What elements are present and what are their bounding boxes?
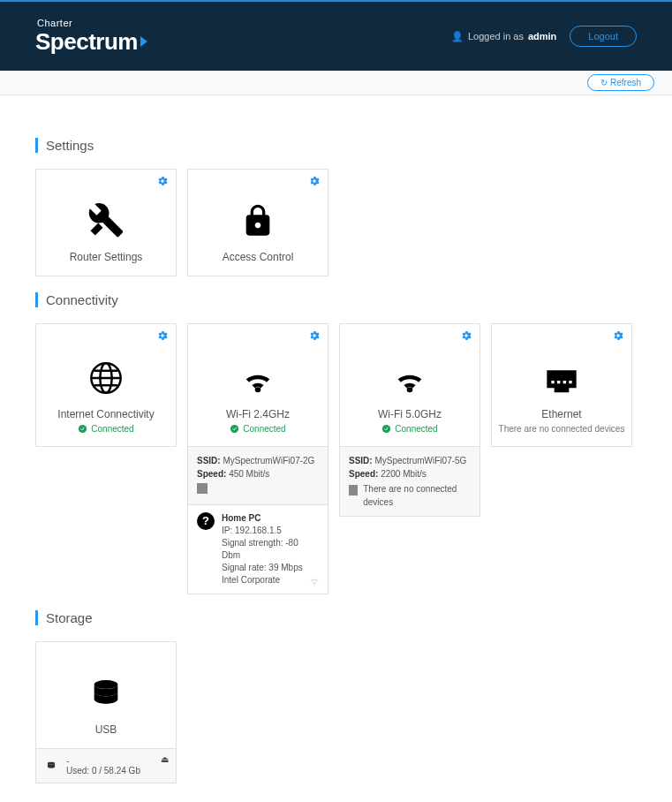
qr-icon[interactable] — [349, 485, 358, 496]
qr-icon[interactable] — [197, 483, 208, 494]
tools-icon — [87, 201, 125, 238]
device-vendor: Intel Corporate — [222, 574, 319, 586]
wifi-icon — [240, 366, 276, 396]
speed-value: 450 Mbit/s — [229, 469, 269, 479]
check-circle-icon — [78, 424, 87, 434]
status-badge: Connected — [78, 424, 133, 434]
drive-icon — [45, 760, 57, 772]
header-right: 👤 Logged in as admin Logout — [451, 26, 637, 47]
ssid-value: MySpectrumWiFi07-2G — [223, 456, 314, 465]
brand-bottom: Spectrum — [35, 28, 147, 56]
gear-icon[interactable] — [156, 175, 169, 187]
ethernet-icon — [544, 366, 579, 396]
svg-point-6 — [94, 680, 118, 689]
wifi5-info-panel: SSID: MySpectrumWiFi07-5G Speed: 2200 Mb… — [339, 447, 480, 517]
logout-button[interactable]: Logout — [570, 26, 637, 47]
svg-point-4 — [230, 425, 238, 433]
card-title: Ethernet — [541, 408, 581, 420]
logged-in-label: 👤 Logged in as admin — [451, 31, 556, 42]
wifi-icon — [392, 366, 427, 396]
card-title: Wi-Fi 5.0GHz — [378, 408, 442, 420]
gear-icon[interactable] — [460, 329, 472, 342]
username: admin — [528, 31, 556, 42]
gear-icon[interactable] — [308, 329, 321, 342]
card-title: Wi-Fi 2.4GHz — [226, 408, 290, 420]
lock-icon — [240, 203, 276, 238]
header: Charter Spectrum 👤 Logged in as admin Lo… — [0, 2, 672, 71]
card-title: Router Settings — [70, 251, 143, 263]
svg-point-7 — [48, 762, 55, 765]
card-wifi-24ghz[interactable]: Wi-Fi 2.4GHz Connected — [187, 323, 328, 447]
usb-item-name: - — [66, 756, 140, 766]
card-ethernet[interactable]: Ethernet There are no connected devices — [491, 323, 632, 447]
gear-icon[interactable] — [156, 329, 169, 342]
refresh-icon: ↻ — [600, 78, 608, 87]
gear-icon[interactable] — [308, 175, 321, 187]
user-icon: 👤 — [451, 31, 464, 42]
device-signal-rate: Signal rate: 39 Mbps — [222, 562, 319, 574]
subheader: ↻ Refresh — [0, 71, 672, 95]
storage-icon — [88, 676, 124, 711]
svg-point-5 — [382, 425, 390, 433]
wifi-signal-icon — [308, 576, 321, 586]
wifi24-device-panel[interactable]: ? Home PC IP: 192.168.1.5 Signal strengt… — [187, 505, 328, 594]
section-title-settings: Settings — [35, 138, 637, 153]
usb-item-used: Used: 0 / 58.24 Gb — [66, 766, 140, 776]
check-circle-icon — [381, 424, 391, 434]
refresh-button[interactable]: ↻ Refresh — [587, 74, 654, 91]
card-title: USB — [95, 723, 117, 736]
ssid-value: MySpectrumWiFi07-5G — [374, 456, 466, 465]
eject-icon[interactable]: ⏏ — [161, 754, 169, 764]
connectivity-cards: Internet Connectivity Connected Wi-F — [35, 323, 637, 594]
card-router-settings[interactable]: Router Settings — [35, 169, 177, 276]
storage-cards: USB - Used: 0 / 58.24 Gb ⏏ — [35, 641, 637, 783]
card-internet-connectivity[interactable]: Internet Connectivity Connected — [35, 323, 177, 447]
status-badge: Connected — [381, 424, 437, 434]
question-icon: ? — [197, 512, 215, 530]
device-signal-strength: Signal strength: -80 Dbm — [222, 537, 319, 562]
device-ip: IP: 192.168.1.5 — [222, 525, 319, 537]
no-devices-label: There are no connected devices — [363, 482, 471, 509]
brand-logo: Charter Spectrum — [35, 18, 147, 56]
globe-icon — [88, 360, 124, 396]
card-title: Internet Connectivity — [57, 408, 154, 420]
status-badge: Connected — [230, 424, 285, 434]
card-access-control[interactable]: Access Control — [187, 169, 328, 276]
usb-item-panel[interactable]: - Used: 0 / 58.24 Gb ⏏ — [35, 749, 177, 783]
section-title-connectivity: Connectivity — [35, 292, 637, 307]
check-circle-icon — [230, 424, 239, 434]
device-name: Home PC — [222, 512, 319, 525]
section-title-storage: Storage — [35, 610, 637, 625]
content: Settings Router Settings — [0, 95, 672, 802]
settings-cards: Router Settings Access Control — [35, 169, 637, 276]
card-title: Access Control — [223, 251, 294, 263]
triangle-icon — [140, 36, 147, 47]
svg-point-3 — [79, 425, 87, 433]
speed-value: 2200 Mbit/s — [381, 469, 427, 479]
card-usb[interactable]: USB — [35, 641, 177, 749]
no-devices-label: There are no connected devices — [494, 424, 630, 434]
wifi24-info-panel: SSID: MySpectrumWiFi07-2G Speed: 450 Mbi… — [187, 447, 328, 505]
brand-top: Charter — [37, 18, 147, 28]
card-wifi-5ghz[interactable]: Wi-Fi 5.0GHz Connected — [339, 323, 480, 447]
gear-icon[interactable] — [612, 329, 624, 342]
